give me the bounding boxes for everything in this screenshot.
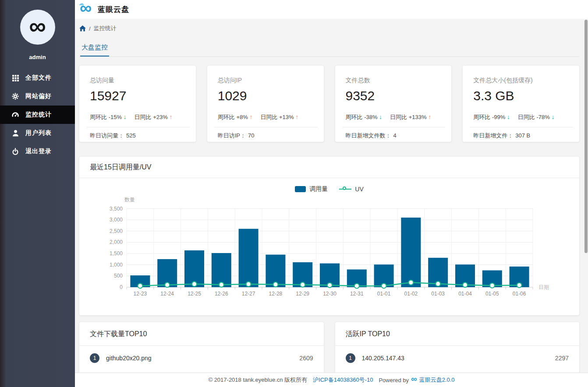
svg-text:12-26: 12-26 <box>215 291 228 297</box>
chart-bar <box>401 218 421 287</box>
stat-card-footer: 昨日新增文件：307 B <box>473 132 569 140</box>
stat-card-footer: 昨日访IP：70 <box>218 132 313 140</box>
trend-arrow-icon: ↓ <box>507 113 510 120</box>
trend-arrow-icon: ↓ <box>551 113 554 120</box>
active-ip-list: 1 140.205.147.43 2297 <box>335 346 580 370</box>
stat-card-title: 文件总数 <box>346 77 441 84</box>
sidebar-item-label: 网站偏好 <box>25 92 52 100</box>
week-over-week: 周环比 -38% ↓ <box>346 113 383 121</box>
legend-item-uv[interactable]: UV <box>339 186 363 193</box>
chart-line-point <box>300 282 305 287</box>
svg-text:500: 500 <box>114 273 123 279</box>
list-item: 1 140.205.147.43 2297 <box>335 346 580 370</box>
chart-line-point <box>490 283 495 288</box>
sidebar-item-site-preferences[interactable]: 网站偏好 <box>0 87 75 106</box>
app-logo-infinity-icon: ∞☁ <box>80 0 92 16</box>
day-over-day: 日同比 +133% ↑ <box>390 113 431 121</box>
stat-card-trends: 周环比 +8% ↑ 日同比 +13% ↑ <box>218 113 313 121</box>
top-downloads-list: 1 github20x20.png 2609 <box>79 346 324 370</box>
chart-line-point <box>219 282 224 287</box>
sidebar-item-label: 退出登录 <box>25 148 52 155</box>
list-item: 1 github20x20.png 2609 <box>79 346 324 370</box>
svg-text:12-24: 12-24 <box>160 291 174 297</box>
day-over-day: 日同比 -78% ↓ <box>518 113 555 121</box>
svg-text:01-01: 01-01 <box>377 291 391 297</box>
chart-line-point <box>517 283 522 288</box>
sidebar-item-all-files[interactable]: 全部文件 <box>0 69 75 87</box>
rank-badge: 1 <box>90 353 99 363</box>
svg-text:2,000: 2,000 <box>110 239 123 245</box>
tabs-bar: 大盘监控 <box>79 43 579 57</box>
week-over-week: 周环比 -99% ↓ <box>473 113 510 121</box>
line-series-marker-icon <box>339 189 351 190</box>
avatar[interactable]: ∞ <box>20 10 55 45</box>
stat-card: 总访问量 15927 周环比 -15% ↓ 日同比 +23% ↑ 昨日访问量：5… <box>79 66 196 142</box>
list-item-value: 2297 <box>555 355 569 362</box>
stat-card-title: 文件总大小(包括缓存) <box>473 77 569 84</box>
sidebar-item-logout[interactable]: 退出登录 <box>0 142 75 161</box>
home-icon[interactable] <box>79 25 86 32</box>
chart-line-point <box>138 283 142 288</box>
chart-line-point <box>436 281 440 286</box>
stat-card-trends: 周环比 -15% ↓ 日同比 +23% ↑ <box>90 113 185 121</box>
sidebar-item-label: 监控统计 <box>25 111 52 119</box>
divider <box>214 127 318 127</box>
app-title: 蓝眼云盘 <box>98 4 129 14</box>
legend-label: UV <box>355 186 363 193</box>
day-over-day: 日同比 +13% ↑ <box>260 113 298 121</box>
svg-text:1,000: 1,000 <box>110 262 123 268</box>
powered-by-text: Powered by <box>379 377 409 383</box>
page-footer: © 2017-2018 tank.eyeblue.cn 版权所有 沪ICP备14… <box>75 373 588 387</box>
copyright-text: © 2017-2018 tank.eyeblue.cn 版权所有 <box>208 376 307 384</box>
legend-label: 调用量 <box>309 185 328 193</box>
list-item-value: 2609 <box>299 355 313 362</box>
svg-text:3,000: 3,000 <box>110 217 123 223</box>
svg-text:01-03: 01-03 <box>431 291 445 297</box>
svg-text:3,500: 3,500 <box>110 206 123 212</box>
divider <box>86 127 190 127</box>
stat-cards-row: 总访问量 15927 周环比 -15% ↓ 日同比 +23% ↑ 昨日访问量：5… <box>79 66 579 142</box>
tab-dashboard-monitor[interactable]: 大盘监控 <box>80 43 109 56</box>
gear-icon <box>12 93 19 100</box>
trend-arrow-icon: ↓ <box>124 113 127 120</box>
brand-infinity-logo: ∞ <box>29 14 46 38</box>
svg-text:12-31: 12-31 <box>350 291 364 297</box>
power-icon <box>12 148 19 155</box>
stat-card-footer: 昨日新增文件数：4 <box>346 132 441 140</box>
svg-text:01-06: 01-06 <box>513 291 526 297</box>
svg-text:01-04: 01-04 <box>458 291 472 297</box>
svg-text:12-25: 12-25 <box>188 291 201 297</box>
panel-title: 活跃IP TOP10 <box>335 322 580 346</box>
chart-line-point <box>246 282 251 287</box>
trend-arrow-icon: ↓ <box>379 113 382 120</box>
chart-line-point <box>165 282 170 287</box>
legend-item-calls[interactable]: 调用量 <box>295 185 328 193</box>
day-over-day: 日同比 +23% ↑ <box>135 113 173 121</box>
trend-arrow-icon: ↑ <box>295 113 298 120</box>
week-over-week: 周环比 +8% ↑ <box>218 113 253 121</box>
trend-arrow-icon: ↑ <box>249 113 252 120</box>
chart-line-point <box>354 284 359 288</box>
sidebar-item-user-list[interactable]: 用户列表 <box>0 124 75 142</box>
scrollbar-thumb[interactable] <box>584 20 588 253</box>
sidebar-item-monitoring-stats[interactable]: 监控统计 <box>0 106 75 124</box>
chart-canvas: 05001,0001,5002,0002,5003,0003,500数量日期12… <box>79 195 579 300</box>
list-item-label: 140.205.147.43 <box>362 355 404 362</box>
bar-series-marker-icon <box>295 186 306 192</box>
chart-title: 最近15日调用量/UV <box>79 157 579 178</box>
breadcrumb-separator: / <box>89 25 91 32</box>
stat-card: 总访问IP 1029 周环比 +8% ↑ 日同比 +13% ↑ 昨日访IP：70 <box>207 66 324 142</box>
content-area: / 监控统计 大盘监控 总访问量 15927 周环比 -15% ↓ 日同比 +2… <box>75 19 588 387</box>
powered-by: Powered by ∞ 蓝眼云盘2.0.0 <box>379 376 454 384</box>
svg-text:日期: 日期 <box>538 284 549 290</box>
trend-arrow-icon: ↑ <box>428 113 431 120</box>
brand-link[interactable]: 蓝眼云盘2.0.0 <box>419 376 455 384</box>
sidebar-username: admin <box>0 54 75 60</box>
svg-text:01-02: 01-02 <box>404 291 418 297</box>
stat-card: 文件总数 9352 周环比 -38% ↓ 日同比 +133% ↑ 昨日新增文件数… <box>335 66 452 142</box>
stat-card: 文件总大小(包括缓存) 3.3 GB 周环比 -99% ↓ 日同比 -78% ↓… <box>463 66 579 142</box>
stat-card-trends: 周环比 -38% ↓ 日同比 +133% ↑ <box>346 113 441 121</box>
svg-text:12-28: 12-28 <box>269 291 283 297</box>
sidebar-item-label: 用户列表 <box>25 129 52 137</box>
icp-link[interactable]: 沪ICP备14038360号-10 <box>313 376 373 384</box>
